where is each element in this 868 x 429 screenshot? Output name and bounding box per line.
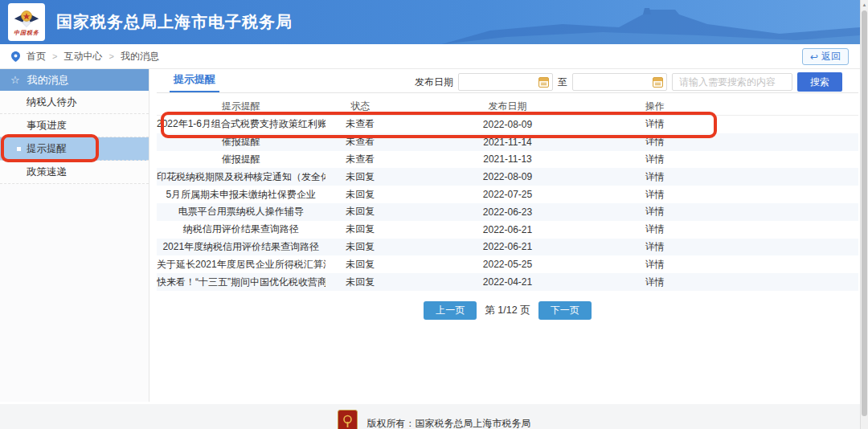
message-status: 未查看 <box>326 117 395 131</box>
breadcrumb-separator: > <box>52 51 57 61</box>
breadcrumb: 首页 > 互动中心 > 我的消息 ↩ 返回 <box>0 44 868 69</box>
table-row[interactable]: 2021年度纳税信用评价结果查询路径 未回复 2022-06-21 详情 <box>157 239 858 256</box>
message-title[interactable]: 快来看！“十三五”期间中国优化税收营商... <box>157 276 326 289</box>
table-row[interactable]: 5月所属期未申报未缴纳社保费企业 未回复 2022-07-25 详情 <box>157 186 858 203</box>
detail-link[interactable]: 详情 <box>620 276 690 289</box>
app-window: 中国税务 国家税务总局上海市电子税务局 首页 > 互动中心 > 我的消息 ↩ 返… <box>0 0 868 429</box>
table-row[interactable]: 催报提醒 未查看 2021-11-14 详情 <box>157 133 858 151</box>
back-button-label: 返回 <box>821 50 841 63</box>
message-title[interactable]: 2021年度纳税信用评价结果查询路径 <box>157 240 326 254</box>
great-wall-illustration <box>442 0 860 44</box>
scrollbar-thumb[interactable] <box>862 10 867 416</box>
message-date: 2022-06-23 <box>395 206 620 218</box>
table-row[interactable]: 纳税信用评价结果查询路径 未回复 2022-06-21 详情 <box>157 221 858 239</box>
star-icon: ☆ <box>10 74 20 86</box>
breadcrumb-my-messages[interactable]: 我的消息 <box>121 50 159 63</box>
message-title[interactable]: 2022年1-6月组合式税费支持政策红利账单 <box>157 117 326 131</box>
page-footer: 版权所有：国家税务总局上海市税务局 服务电话：021-12366 <box>0 404 868 429</box>
detail-link[interactable]: 详情 <box>620 223 690 236</box>
message-title[interactable]: 催报提醒 <box>157 153 326 166</box>
table-rows: 2022年1-6月组合式税费支持政策红利账单 未查看 2022-08-09 详情… <box>157 116 858 291</box>
message-title[interactable]: 印花税纳税期限及税种核定通知（发全体纳... <box>157 170 326 184</box>
app-header: 中国税务 国家税务总局上海市电子税务局 <box>0 0 868 44</box>
detail-link[interactable]: 详情 <box>620 170 690 184</box>
message-status: 未查看 <box>326 153 395 166</box>
message-status: 未查看 <box>326 135 395 149</box>
message-status: 未回复 <box>326 223 395 236</box>
copyright-line: 版权所有：国家税务总局上海市税务局 <box>367 418 531 429</box>
message-status: 未回复 <box>326 188 395 202</box>
message-status: 未回复 <box>326 258 395 272</box>
message-date: 2022-04-21 <box>395 276 620 288</box>
date-from-input[interactable] <box>458 73 553 91</box>
date-to-input[interactable] <box>572 73 667 91</box>
message-title[interactable]: 电票平台用票纳税人操作辅导 <box>157 205 326 219</box>
detail-link[interactable]: 详情 <box>620 205 690 219</box>
national-emblem-icon <box>14 9 39 30</box>
footer-tax-emblem-icon <box>338 410 358 429</box>
message-date: 2022-05-25 <box>395 259 620 270</box>
search-input[interactable] <box>672 73 792 91</box>
column-header: 操作 <box>620 100 690 113</box>
next-page-button[interactable]: 下一页 <box>538 301 592 320</box>
detail-link[interactable]: 详情 <box>620 258 690 272</box>
detail-link[interactable]: 详情 <box>620 188 690 202</box>
sidebar-item-policy[interactable]: 政策速递 <box>0 161 149 184</box>
detail-link[interactable]: 详情 <box>620 117 690 131</box>
message-date: 2022-06-21 <box>395 241 620 252</box>
tab-reminders[interactable]: 提示提醒 <box>170 69 219 92</box>
date-filter-label: 发布日期 <box>415 76 453 89</box>
logo-caption: 中国税务 <box>14 30 39 36</box>
calendar-icon[interactable] <box>538 77 549 88</box>
footer-text: 版权所有：国家税务总局上海市税务局 服务电话：021-12366 <box>367 407 531 429</box>
column-header: 发布日期 <box>395 100 620 113</box>
message-date: 2022-08-09 <box>395 171 620 182</box>
search-button[interactable]: 搜索 <box>797 72 842 92</box>
scroll-up-arrow-icon[interactable]: ▲ <box>861 0 868 10</box>
table-header: 提示提醒状态发布日期操作 <box>157 98 858 116</box>
breadcrumb-interaction-center[interactable]: 互动中心 <box>63 50 102 63</box>
sidebar-item-taxpayer-todo[interactable]: 纳税人待办 <box>0 91 149 114</box>
calendar-icon[interactable] <box>653 77 663 88</box>
back-button[interactable]: ↩ 返回 <box>802 48 849 65</box>
message-title[interactable]: 5月所属期未申报未缴纳社保费企业 <box>157 188 326 202</box>
table-row[interactable]: 2022年1-6月组合式税费支持政策红利账单 未查看 2022-08-09 详情 <box>157 116 858 133</box>
back-arrow-icon: ↩ <box>810 51 818 63</box>
message-title[interactable]: 关于延长2021年度居民企业所得税汇算清缴... <box>157 258 326 272</box>
message-status: 未回复 <box>326 276 395 289</box>
message-status: 未回复 <box>326 170 395 184</box>
message-title[interactable]: 催报提醒 <box>157 135 326 149</box>
message-title[interactable]: 纳税信用评价结果查询路径 <box>157 223 326 236</box>
column-header: 提示提醒 <box>157 100 326 113</box>
detail-link[interactable]: 详情 <box>620 153 690 166</box>
table-row[interactable]: 快来看！“十三五”期间中国优化税收营商... 未回复 2022-04-21 详情 <box>157 273 858 291</box>
tab-bar: 提示提醒 发布日期 至 搜索 <box>157 69 858 93</box>
sidebar-item-progress[interactable]: 事项进度 <box>0 114 149 137</box>
sidebar: ☆ 我的消息 纳税人待办 事项进度 提示提醒 政策速递 <box>0 69 149 402</box>
sidebar-header: ☆ 我的消息 <box>0 69 149 91</box>
location-pin-icon <box>11 51 20 62</box>
pagination: 上一页 第 1/12 页 下一页 <box>157 301 858 320</box>
detail-link[interactable]: 详情 <box>620 135 690 149</box>
detail-link[interactable]: 详情 <box>620 240 690 254</box>
breadcrumb-home[interactable]: 首页 <box>27 50 46 63</box>
date-to-label: 至 <box>558 76 567 89</box>
message-status: 未回复 <box>326 205 395 219</box>
table-row[interactable]: 印花税纳税期限及税种核定通知（发全体纳... 未回复 2022-08-09 详情 <box>157 168 858 186</box>
message-status: 未回复 <box>326 240 395 254</box>
breadcrumb-separator: > <box>108 51 113 61</box>
message-date: 2021-11-14 <box>395 137 620 148</box>
table-row[interactable]: 关于延长2021年度居民企业所得税汇算清缴... 未回复 2022-05-25 … <box>157 255 858 273</box>
main-content: 提示提醒 发布日期 至 搜索 提示提醒状态发布日期操作 2022年1-6月组合式… <box>157 69 858 402</box>
sidebar-items: 纳税人待办 事项进度 提示提醒 政策速递 <box>0 91 149 184</box>
table-row[interactable]: 催报提醒 未查看 2021-11-13 详情 <box>157 151 858 169</box>
message-date: 2022-08-09 <box>395 119 620 130</box>
message-date: 2022-07-25 <box>395 189 620 200</box>
table-row[interactable]: 电票平台用票纳税人操作辅导 未回复 2022-06-23 详情 <box>157 203 858 221</box>
vertical-scrollbar[interactable]: ▲ <box>860 0 868 429</box>
sidebar-item-reminders[interactable]: 提示提醒 <box>0 137 149 161</box>
page-info: 第 1/12 页 <box>485 304 530 317</box>
prev-page-button[interactable]: 上一页 <box>424 301 477 320</box>
sidebar-title: 我的消息 <box>27 73 69 88</box>
tax-bureau-logo: 中国税务 <box>8 3 45 41</box>
